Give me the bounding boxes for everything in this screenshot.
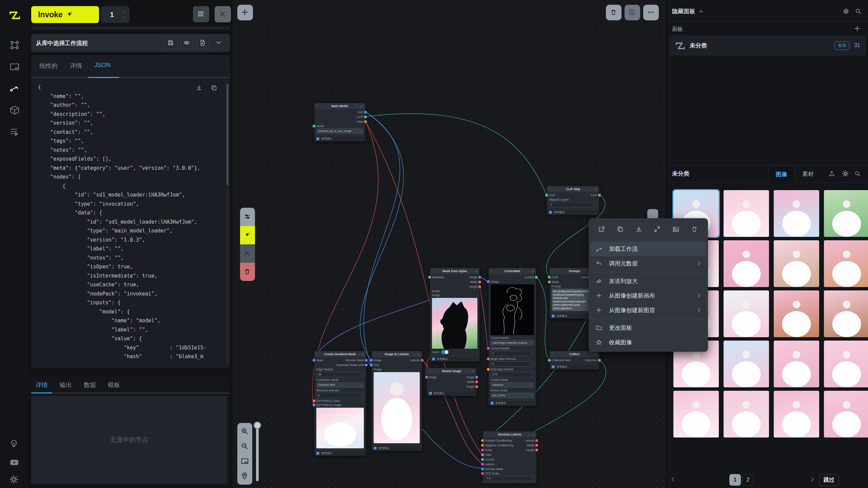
input-handle-Image[interactable] xyxy=(487,280,490,283)
output-handle-Expanded Mask Area[interactable] xyxy=(365,364,368,366)
gallery-image[interactable] xyxy=(774,240,819,287)
gallery-tab-图像[interactable]: 图像 xyxy=(768,165,795,183)
number-field[interactable]: 0˄˅ xyxy=(491,361,534,367)
prev-page-button[interactable] xyxy=(670,476,676,483)
rail-item-gear[interactable] xyxy=(7,473,21,487)
output-handle-Image[interactable] xyxy=(475,376,478,379)
use-cache-checkbox[interactable]: ✓ xyxy=(316,452,319,455)
node-image-preview[interactable] xyxy=(374,372,420,443)
input-handle-CLIP[interactable] xyxy=(548,276,551,279)
node-collect[interactable]: ⌃Collect– ⊙Collection ItemCollection✓使用缓… xyxy=(549,351,599,370)
input-handle-UNet[interactable] xyxy=(481,453,484,456)
node-settings-button[interactable] xyxy=(240,208,255,226)
input-handle-VAE[interactable] xyxy=(370,364,373,366)
node-image-preview[interactable] xyxy=(432,298,477,349)
add-node-button[interactable] xyxy=(237,5,253,20)
zoom-slider[interactable] xyxy=(256,423,259,481)
page-button-2[interactable]: 2 xyxy=(742,474,754,486)
gallery-tab-素材[interactable]: 素材 xyxy=(795,165,821,183)
boards-search-button[interactable] xyxy=(855,8,862,15)
collapse-workflow-button[interactable] xyxy=(212,37,225,49)
new-workflow-button[interactable] xyxy=(196,37,209,49)
input-handle-Model[interactable] xyxy=(313,125,315,127)
number-field[interactable]: 7.5˄˅ xyxy=(485,476,534,481)
rail-item-nodes-box[interactable] xyxy=(7,38,21,52)
boards-settings-button[interactable] xyxy=(843,8,850,15)
number-field[interactable]: 1˄˅ xyxy=(491,351,534,356)
output-handle-Height[interactable] xyxy=(475,385,478,388)
node-image-preview[interactable] xyxy=(491,284,534,335)
input-handle-Control[interactable] xyxy=(481,458,484,461)
menu-button[interactable] xyxy=(193,6,209,22)
node-create-gradient-mask[interactable]: ⌃Create Gradient Mask– ⊙MaskDenoise Mask… xyxy=(314,351,366,456)
menu-item-更改面板[interactable]: 更改面板 xyxy=(591,321,706,335)
input-handle-[OPTIONAL] Image[interactable] xyxy=(313,404,315,406)
gallery-image[interactable] xyxy=(824,290,868,337)
zoom-in-button[interactable] xyxy=(240,426,250,436)
menu-item-从图像创建新画布[interactable]: 从图像创建新画布 xyxy=(591,288,706,303)
input-handle-CLIP[interactable] xyxy=(545,194,548,197)
select-field[interactable]: nai-artist_all_in_one_merge⌄ xyxy=(316,128,363,134)
inspector-tab-数据[interactable]: 数据 xyxy=(84,379,96,392)
gallery-image[interactable] xyxy=(724,190,769,237)
zoom-out-button[interactable] xyxy=(240,441,250,451)
queue-count-stepper[interactable]: 1 xyxy=(101,6,130,23)
menu-item-从图像创建新图层[interactable]: 从图像创建新图层 xyxy=(591,303,706,318)
next-page-button[interactable] xyxy=(810,476,816,483)
inspector-tab-输出[interactable]: 输出 xyxy=(60,379,72,392)
use-cache-checkbox[interactable]: ✓ xyxy=(552,314,555,318)
input-handle-Begin Step Percent[interactable] xyxy=(487,358,490,360)
menu-item-调用元数据[interactable]: 调用元数据 xyxy=(591,256,706,271)
output-handle-Denoise Mask[interactable] xyxy=(365,359,368,362)
quick-action-download-button[interactable] xyxy=(635,226,643,233)
quick-action-copy-button[interactable] xyxy=(617,226,624,233)
node-header[interactable]: ⌃Denoise Latents– ⊙ xyxy=(483,431,536,438)
inspector-tab-详情[interactable]: 详情 xyxy=(36,379,48,392)
node-header[interactable]: ⌃ControlNet– ⊙ xyxy=(489,268,536,274)
output-handle-VAE[interactable] xyxy=(364,111,367,114)
input-handle-Latents[interactable] xyxy=(481,463,484,466)
select-field[interactable]: Gaussian Blur⌄ xyxy=(316,382,364,388)
use-cache-checkbox[interactable]: ✓ xyxy=(491,402,494,405)
rail-item-invoke-logo[interactable] xyxy=(7,8,21,22)
delete-selection-button[interactable] xyxy=(240,263,255,281)
save-workflow-button[interactable] xyxy=(164,37,177,49)
use-cache-checkbox[interactable]: ✓ xyxy=(429,392,432,395)
gallery-image[interactable] xyxy=(824,240,868,287)
gallery-search-button[interactable] xyxy=(854,170,861,177)
node-resize-image[interactable]: ⌃Resize Image– ⊙ImageImageWidthHeight✓使用… xyxy=(427,368,477,396)
node-controlnet[interactable]: ⌃ControlNet– ⊙ControlImageControl ModelH… xyxy=(488,268,536,406)
canvas-more-button[interactable] xyxy=(643,5,659,20)
number-field[interactable]: 1˄˅ xyxy=(549,202,597,207)
gallery-image[interactable] xyxy=(774,341,819,387)
number-field[interactable]: 16˄˅ xyxy=(316,372,364,377)
toggle-Invert[interactable] xyxy=(441,350,449,354)
inspector-tab-模板[interactable]: 模板 xyxy=(108,379,120,392)
quick-action-external-button[interactable] xyxy=(598,226,606,233)
node-clip-skip[interactable]: ⌃CLIP Skip– ⊙CLIPCLIPSkipped Layers1˄˅✓使… xyxy=(547,186,599,215)
menu-item-发送到放大[interactable]: 发送到放大 xyxy=(591,274,706,288)
json-scrollbar[interactable] xyxy=(226,83,229,365)
output-handle-Collection[interactable] xyxy=(598,359,601,362)
gallery-image[interactable] xyxy=(724,240,769,287)
gallery-image[interactable] xyxy=(824,190,868,237)
node-main-model[interactable]: ⌃Main Model– ⊙VAECLIPUNetModelnai-artist… xyxy=(314,103,366,142)
use-cache-checkbox[interactable]: ✓ xyxy=(316,137,319,140)
output-handle-Width[interactable] xyxy=(478,281,481,283)
input-handle-Control Weight[interactable] xyxy=(487,347,490,350)
gallery-image[interactable] xyxy=(724,341,769,387)
rail-item-queue[interactable] xyxy=(7,125,21,138)
gallery-image[interactable] xyxy=(774,391,819,438)
gallery-image[interactable] xyxy=(724,391,769,438)
tab-线性的[interactable]: 线性的 xyxy=(39,60,58,73)
gallery-image[interactable] xyxy=(673,391,719,438)
tab-详情[interactable]: 详情 xyxy=(70,60,82,73)
page-button-1[interactable]: 1 xyxy=(729,474,741,486)
locate-button[interactable] xyxy=(240,471,250,481)
use-cache-checkbox[interactable]: ✓ xyxy=(374,447,377,450)
close-panel-button[interactable] xyxy=(215,6,231,22)
invoke-quick-button[interactable] xyxy=(240,226,255,244)
node-header[interactable]: ⌃Collect– ⊙ xyxy=(550,351,599,357)
select-field[interactable]: Hard Edge Detection (canny)⌄ xyxy=(491,340,534,346)
node-denoise-latents[interactable]: ⌃Denoise Latents– ⊙Positive Conditioning… xyxy=(482,431,537,484)
